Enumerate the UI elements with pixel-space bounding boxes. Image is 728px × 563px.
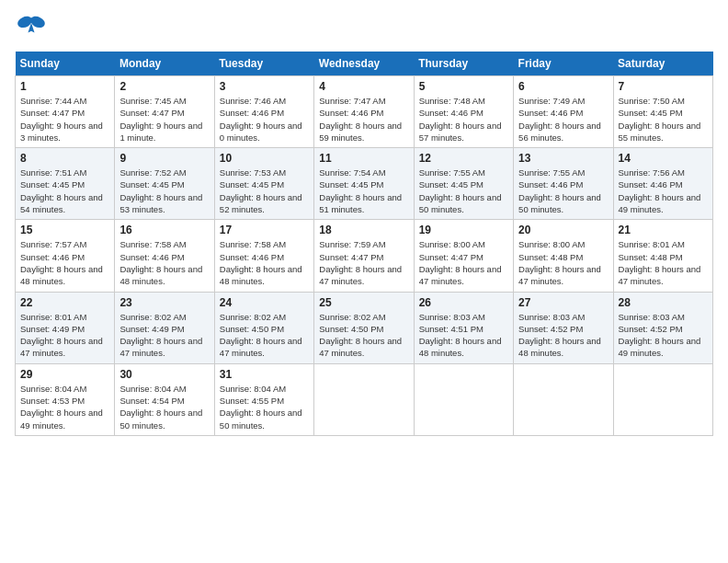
calendar-cell: 21Sunrise: 8:01 AMSunset: 4:48 PMDayligh… xyxy=(613,220,712,292)
calendar-cell: 29Sunrise: 8:04 AMSunset: 4:53 PMDayligh… xyxy=(16,363,115,435)
day-number: 17 xyxy=(220,224,309,236)
day-number: 2 xyxy=(119,80,209,93)
calendar-cell: 22Sunrise: 8:01 AMSunset: 4:49 PMDayligh… xyxy=(16,292,115,363)
day-number: 28 xyxy=(619,296,708,309)
day-number: 15 xyxy=(20,224,109,236)
day-number: 11 xyxy=(319,152,408,165)
day-info: Sunrise: 7:53 AMSunset: 4:45 PMDaylight:… xyxy=(220,167,309,215)
day-number: 16 xyxy=(119,224,209,236)
calendar-cell: 5Sunrise: 7:48 AMSunset: 4:46 PMDaylight… xyxy=(414,76,513,148)
day-info: Sunrise: 8:04 AMSunset: 4:53 PMDaylight:… xyxy=(20,383,109,431)
calendar-cell: 12Sunrise: 7:55 AMSunset: 4:45 PMDayligh… xyxy=(414,148,513,220)
calendar-cell: 3Sunrise: 7:46 AMSunset: 4:46 PMDaylight… xyxy=(214,76,313,148)
calendar-cell xyxy=(314,363,414,435)
day-number: 4 xyxy=(319,80,408,93)
day-number: 9 xyxy=(119,152,209,165)
day-info: Sunrise: 8:01 AMSunset: 4:48 PMDaylight:… xyxy=(619,238,708,287)
day-number: 10 xyxy=(220,152,309,165)
calendar-cell: 4Sunrise: 7:47 AMSunset: 4:46 PMDaylight… xyxy=(314,76,414,148)
day-number: 12 xyxy=(419,152,508,165)
day-info: Sunrise: 8:02 AMSunset: 4:50 PMDaylight:… xyxy=(220,311,309,360)
calendar-cell xyxy=(414,363,513,435)
column-header-thursday: Thursday xyxy=(414,52,513,76)
calendar-cell xyxy=(613,363,712,435)
day-number: 22 xyxy=(20,296,109,309)
column-header-tuesday: Tuesday xyxy=(214,52,313,76)
day-number: 18 xyxy=(319,224,408,236)
calendar-cell: 27Sunrise: 8:03 AMSunset: 4:52 PMDayligh… xyxy=(514,292,613,363)
day-info: Sunrise: 7:58 AMSunset: 4:46 PMDaylight:… xyxy=(119,238,209,287)
calendar-cell: 20Sunrise: 8:00 AMSunset: 4:48 PMDayligh… xyxy=(514,220,613,292)
day-number: 24 xyxy=(220,296,309,309)
calendar-cell: 8Sunrise: 7:51 AMSunset: 4:45 PMDaylight… xyxy=(16,148,115,220)
day-info: Sunrise: 8:02 AMSunset: 4:49 PMDaylight:… xyxy=(119,311,209,360)
calendar-cell: 15Sunrise: 7:57 AMSunset: 4:46 PMDayligh… xyxy=(16,220,115,292)
day-number: 13 xyxy=(518,152,608,165)
day-info: Sunrise: 7:54 AMSunset: 4:45 PMDaylight:… xyxy=(319,167,408,215)
day-info: Sunrise: 7:50 AMSunset: 4:45 PMDaylight:… xyxy=(619,95,708,144)
day-info: Sunrise: 7:57 AMSunset: 4:46 PMDaylight:… xyxy=(20,238,109,287)
day-info: Sunrise: 8:00 AMSunset: 4:48 PMDaylight:… xyxy=(518,238,608,287)
day-info: Sunrise: 8:03 AMSunset: 4:52 PMDaylight:… xyxy=(518,311,608,360)
day-number: 21 xyxy=(619,224,708,236)
day-info: Sunrise: 7:48 AMSunset: 4:46 PMDaylight:… xyxy=(419,95,508,144)
day-number: 6 xyxy=(518,80,608,93)
calendar-cell: 14Sunrise: 7:56 AMSunset: 4:46 PMDayligh… xyxy=(613,148,712,220)
calendar-cell: 23Sunrise: 8:02 AMSunset: 4:49 PMDayligh… xyxy=(115,292,214,363)
calendar-cell: 31Sunrise: 8:04 AMSunset: 4:55 PMDayligh… xyxy=(214,363,313,435)
day-info: Sunrise: 7:55 AMSunset: 4:45 PMDaylight:… xyxy=(419,167,508,215)
day-info: Sunrise: 7:55 AMSunset: 4:46 PMDaylight:… xyxy=(518,167,608,215)
column-header-sunday: Sunday xyxy=(16,52,115,76)
day-number: 5 xyxy=(419,80,508,93)
calendar-cell: 9Sunrise: 7:52 AMSunset: 4:45 PMDaylight… xyxy=(115,148,214,220)
calendar-cell: 16Sunrise: 7:58 AMSunset: 4:46 PMDayligh… xyxy=(115,220,214,292)
calendar-cell: 13Sunrise: 7:55 AMSunset: 4:46 PMDayligh… xyxy=(514,148,613,220)
day-info: Sunrise: 7:51 AMSunset: 4:45 PMDaylight:… xyxy=(20,167,109,215)
day-number: 8 xyxy=(20,152,109,165)
day-number: 26 xyxy=(419,296,508,309)
day-number: 3 xyxy=(220,80,309,93)
logo xyxy=(15,15,51,42)
calendar-cell: 10Sunrise: 7:53 AMSunset: 4:45 PMDayligh… xyxy=(214,148,313,220)
day-info: Sunrise: 7:59 AMSunset: 4:47 PMDaylight:… xyxy=(319,238,408,287)
calendar-cell: 19Sunrise: 8:00 AMSunset: 4:47 PMDayligh… xyxy=(414,220,513,292)
column-header-monday: Monday xyxy=(115,52,214,76)
day-number: 29 xyxy=(20,368,109,381)
calendar-cell: 7Sunrise: 7:50 AMSunset: 4:45 PMDaylight… xyxy=(613,76,712,148)
day-number: 14 xyxy=(619,152,708,165)
day-number: 7 xyxy=(619,80,708,93)
day-info: Sunrise: 7:52 AMSunset: 4:45 PMDaylight:… xyxy=(119,167,209,215)
day-number: 27 xyxy=(518,296,608,309)
day-info: Sunrise: 7:56 AMSunset: 4:46 PMDaylight:… xyxy=(619,167,708,215)
day-info: Sunrise: 8:04 AMSunset: 4:54 PMDaylight:… xyxy=(119,383,209,431)
day-info: Sunrise: 8:00 AMSunset: 4:47 PMDaylight:… xyxy=(419,238,508,287)
column-header-friday: Friday xyxy=(514,52,613,76)
calendar-cell: 2Sunrise: 7:45 AMSunset: 4:47 PMDaylight… xyxy=(115,76,214,148)
day-info: Sunrise: 7:44 AMSunset: 4:47 PMDaylight:… xyxy=(20,95,109,144)
day-number: 30 xyxy=(119,368,209,381)
day-info: Sunrise: 7:46 AMSunset: 4:46 PMDaylight:… xyxy=(220,95,309,144)
day-info: Sunrise: 7:47 AMSunset: 4:46 PMDaylight:… xyxy=(319,95,408,144)
calendar-cell: 28Sunrise: 8:03 AMSunset: 4:52 PMDayligh… xyxy=(613,292,712,363)
logo-icon xyxy=(15,15,48,42)
day-info: Sunrise: 7:58 AMSunset: 4:46 PMDaylight:… xyxy=(220,238,309,287)
calendar-cell: 24Sunrise: 8:02 AMSunset: 4:50 PMDayligh… xyxy=(214,292,313,363)
day-number: 19 xyxy=(419,224,508,236)
calendar-cell xyxy=(514,363,613,435)
calendar-cell: 11Sunrise: 7:54 AMSunset: 4:45 PMDayligh… xyxy=(314,148,414,220)
day-info: Sunrise: 8:03 AMSunset: 4:51 PMDaylight:… xyxy=(419,311,508,360)
calendar-cell: 18Sunrise: 7:59 AMSunset: 4:47 PMDayligh… xyxy=(314,220,414,292)
day-number: 1 xyxy=(20,80,109,93)
calendar-cell: 1Sunrise: 7:44 AMSunset: 4:47 PMDaylight… xyxy=(16,76,115,148)
day-number: 31 xyxy=(220,368,309,381)
day-info: Sunrise: 7:45 AMSunset: 4:47 PMDaylight:… xyxy=(119,95,209,144)
day-info: Sunrise: 8:03 AMSunset: 4:52 PMDaylight:… xyxy=(619,311,708,360)
day-info: Sunrise: 8:04 AMSunset: 4:55 PMDaylight:… xyxy=(220,383,309,431)
calendar-table: SundayMondayTuesdayWednesdayThursdayFrid… xyxy=(15,52,713,436)
calendar-cell: 6Sunrise: 7:49 AMSunset: 4:46 PMDaylight… xyxy=(514,76,613,148)
day-number: 20 xyxy=(518,224,608,236)
day-info: Sunrise: 8:02 AMSunset: 4:50 PMDaylight:… xyxy=(319,311,408,360)
calendar-cell: 25Sunrise: 8:02 AMSunset: 4:50 PMDayligh… xyxy=(314,292,414,363)
calendar-cell: 26Sunrise: 8:03 AMSunset: 4:51 PMDayligh… xyxy=(414,292,513,363)
day-number: 23 xyxy=(119,296,209,309)
